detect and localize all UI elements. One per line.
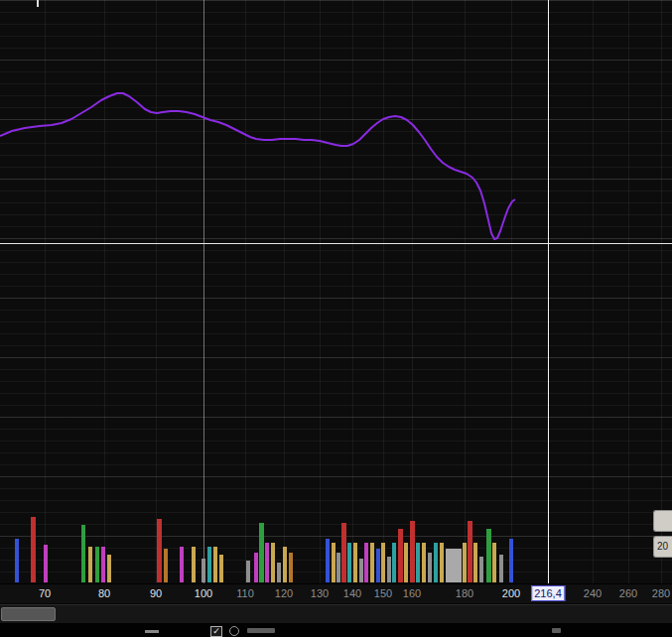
x-axis-tick-label: 100 (195, 587, 212, 599)
top-tick-marker (37, 0, 39, 7)
spectrum-bar (347, 543, 351, 582)
spectrum-bar (364, 543, 368, 582)
spectrum-bar (486, 529, 491, 582)
spectrum-bar (353, 543, 357, 582)
spectrum-bar (81, 525, 85, 582)
spectrum-bar (509, 539, 513, 582)
x-axis-tick-label: 140 (343, 587, 361, 599)
analyzer-window: 20 216,4 7080901001101201301401501601802… (0, 0, 672, 637)
x-axis-tick-label: 120 (275, 587, 293, 599)
spectrum-bar (271, 543, 275, 582)
x-axis-tick-label: 260 (619, 587, 637, 599)
spectrum-bar (88, 547, 92, 582)
x-axis-tick-label: 160 (403, 587, 421, 599)
side-panel-zoom-button[interactable]: 20 (653, 536, 672, 558)
spectrum-bar (463, 543, 467, 582)
spectrum-bar (213, 547, 217, 582)
horizontal-scrollbar[interactable] (0, 604, 672, 623)
spectrum-bar (398, 529, 403, 582)
spectrum-bar (192, 547, 196, 582)
side-panel-button[interactable] (653, 510, 672, 532)
spectrum-bar (492, 543, 496, 582)
spectrum-bar (473, 543, 477, 582)
spectrum-bar (410, 521, 415, 582)
spectrum-bar (392, 543, 396, 582)
x-axis-tick-label: 180 (456, 587, 473, 599)
spectrum-bar (259, 523, 264, 582)
spectrum-bar (332, 543, 336, 582)
bottom-control-bar-clipped (0, 623, 672, 637)
spectrum-bar (440, 543, 444, 582)
spectrum-bar (219, 555, 223, 582)
x-axis-tick-label: 90 (150, 587, 162, 599)
frequency-cursor-line[interactable] (548, 0, 549, 583)
spectrum-bar (428, 553, 432, 582)
spectrum-bar (359, 559, 363, 582)
clipped-label-fragment (552, 628, 561, 633)
spectrum-bar (265, 543, 269, 582)
spectrum-bar (101, 547, 105, 582)
spectrum-bar (31, 517, 36, 582)
clipped-label-fragment (247, 628, 275, 633)
clipped-control-fragment (145, 630, 159, 633)
cursor-frequency-readout: 216,4 (531, 585, 565, 601)
spectrum-bar (404, 543, 408, 582)
x-axis-tick-label: 150 (374, 587, 392, 599)
spectrum-bar (254, 553, 258, 582)
spectrum-bar (277, 563, 281, 582)
plot-area[interactable]: 20 (0, 0, 672, 583)
spectrum-bar (468, 521, 472, 582)
x-axis-tick-label: 240 (584, 587, 602, 599)
response-curve (0, 0, 672, 583)
spectrum-bar (107, 555, 111, 582)
spectrum-bar (446, 549, 462, 582)
spectrum-bar (246, 561, 250, 582)
radio-partial[interactable] (229, 626, 239, 636)
spectrum-bar (341, 523, 346, 582)
spectrum-bar (422, 543, 426, 582)
spectrum-bar (202, 559, 205, 582)
spectrum-bar (376, 549, 380, 582)
x-axis-tick-label: 70 (39, 587, 51, 599)
spectrum-bar (289, 553, 293, 582)
x-axis-tick-label: 80 (98, 587, 110, 599)
spectrum-bar (434, 543, 438, 582)
spectrum-bar (95, 547, 99, 582)
spectrum-bar (15, 539, 19, 582)
x-axis-strip: 216,4 7080901001101201301401501601802002… (0, 583, 672, 603)
spectrum-bar (207, 547, 211, 582)
spectrum-bar (326, 539, 330, 582)
spectrum-bar (479, 557, 483, 582)
x-axis-tick-label: 200 (502, 587, 520, 599)
scrollbar-thumb[interactable] (1, 607, 56, 621)
x-axis-tick-label: 280 (652, 587, 670, 599)
spectrum-bar (336, 553, 340, 582)
zero-level-line (0, 243, 672, 244)
spectrum-bar (180, 547, 184, 582)
spectrum-bar (499, 555, 503, 582)
spectrum-bar (44, 545, 48, 582)
x-axis-tick-label: 110 (236, 587, 254, 599)
spectrum-bar (416, 543, 420, 582)
checkbox-partial[interactable] (210, 626, 222, 637)
spectrum-bar (164, 549, 168, 582)
spectrum-bar (370, 543, 374, 582)
spectrum-bar (283, 547, 287, 582)
spectrum-bar (387, 557, 391, 582)
spectrum-bar (157, 519, 162, 582)
x-axis-tick-label: 130 (311, 587, 329, 599)
spectrum-bar (381, 543, 385, 582)
